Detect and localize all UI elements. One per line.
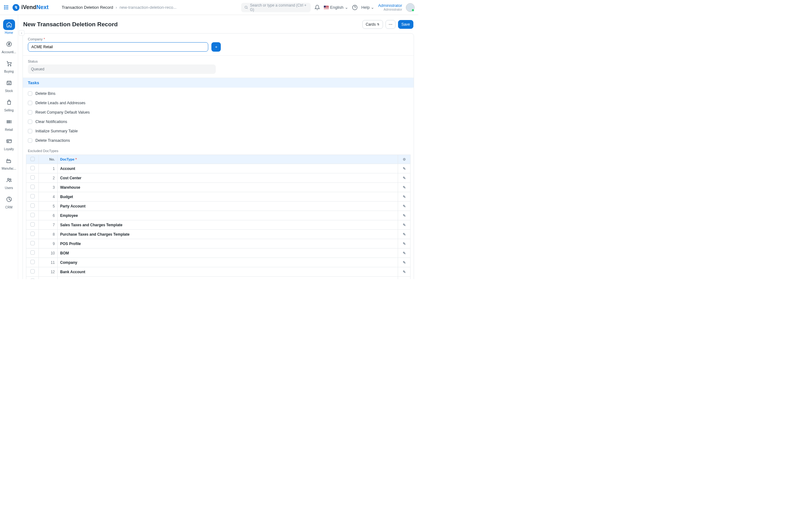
edit-icon[interactable]: ✎ bbox=[403, 242, 406, 246]
sidebar-item-label: Buying bbox=[4, 70, 14, 73]
edit-icon[interactable]: ✎ bbox=[403, 185, 406, 190]
table-row[interactable]: 8Purchase Taxes and Charges Template✎ bbox=[26, 230, 411, 239]
checkbox-icon[interactable] bbox=[28, 110, 32, 115]
checkbox-icon[interactable] bbox=[30, 194, 35, 198]
edit-icon[interactable]: ✎ bbox=[403, 195, 406, 199]
table-row[interactable]: 2Cost Center✎ bbox=[26, 173, 411, 183]
edit-icon[interactable]: ✎ bbox=[403, 232, 406, 236]
help-dropdown[interactable]: Help ⌄ bbox=[362, 5, 374, 10]
sidebar-item-crm[interactable]: CRM bbox=[1, 192, 17, 211]
task-reset-defaults[interactable]: Reset Company Default Values bbox=[28, 108, 409, 117]
table-row[interactable]: 9POS Profile✎ bbox=[26, 239, 411, 248]
language-label: English bbox=[330, 5, 344, 10]
svg-point-9 bbox=[245, 6, 247, 8]
table-row[interactable]: 7Sales Taxes and Charges Template✎ bbox=[26, 220, 411, 230]
table-row[interactable]: 1Account✎ bbox=[26, 164, 411, 173]
edit-icon[interactable]: ✎ bbox=[403, 204, 406, 208]
app-menu-icon[interactable] bbox=[4, 5, 9, 10]
checkbox-icon[interactable] bbox=[28, 91, 32, 96]
table-row[interactable]: 12Bank Account✎ bbox=[26, 267, 411, 277]
edit-icon[interactable]: ✎ bbox=[403, 167, 406, 171]
edit-icon[interactable]: ✎ bbox=[403, 270, 406, 274]
sidebar-item-loyalty[interactable]: Loyalty bbox=[1, 134, 17, 153]
table-row[interactable]: 4Budget✎ bbox=[26, 192, 411, 202]
checkbox-icon[interactable] bbox=[30, 222, 35, 227]
checkbox-icon[interactable] bbox=[30, 175, 35, 179]
cards-dropdown-button[interactable]: Cards ⇅ bbox=[362, 20, 383, 29]
checkbox-icon[interactable] bbox=[30, 185, 35, 189]
checkbox-icon[interactable] bbox=[30, 250, 35, 255]
table-row[interactable]: 11Company✎ bbox=[26, 258, 411, 267]
sidebar-item-stock[interactable]: Stock bbox=[1, 76, 17, 95]
task-delete-leads[interactable]: Delete Leads and Addresses bbox=[28, 98, 409, 108]
sidebar-item-manufacturing[interactable]: Manufac... bbox=[1, 153, 17, 172]
checkbox-icon[interactable] bbox=[30, 166, 35, 170]
tasks-heading[interactable]: Tasks bbox=[23, 78, 414, 88]
brand-mark-icon: ↯ bbox=[13, 4, 19, 11]
edit-icon[interactable]: ✎ bbox=[403, 213, 406, 218]
table-row[interactable]: 13Item Tax Template✎ bbox=[26, 277, 411, 280]
task-delete-bins[interactable]: Delete Bins bbox=[28, 89, 409, 98]
row-no: 9 bbox=[39, 239, 58, 248]
add-company-button[interactable]: ＋ bbox=[211, 42, 221, 52]
checkbox-icon[interactable] bbox=[30, 213, 35, 217]
task-init-summary[interactable]: Initialize Summary Table bbox=[28, 127, 409, 136]
more-menu-button[interactable]: ⋯ bbox=[386, 20, 395, 29]
checkbox-icon[interactable] bbox=[30, 260, 35, 264]
checkbox-icon[interactable] bbox=[30, 204, 35, 208]
sidebar-item-accounting[interactable]: Accounti... bbox=[1, 37, 17, 56]
checkbox-icon[interactable] bbox=[30, 279, 35, 279]
edit-icon[interactable]: ✎ bbox=[403, 223, 406, 227]
checkbox-icon[interactable] bbox=[28, 101, 32, 105]
table-row[interactable]: 5Party Account✎ bbox=[26, 202, 411, 211]
breadcrumb-parent[interactable]: Transaction Deletion Record bbox=[62, 5, 113, 10]
checkbox-icon[interactable] bbox=[30, 269, 35, 273]
section-status: Status Queued bbox=[23, 56, 414, 78]
svg-rect-3 bbox=[4, 7, 5, 8]
brand-logo[interactable]: ↯ iVendNext bbox=[13, 4, 49, 11]
checkbox-icon[interactable] bbox=[28, 129, 32, 133]
user-role: Administrator bbox=[378, 8, 402, 11]
checkbox-icon[interactable] bbox=[30, 241, 35, 245]
row-doctype: Cost Center bbox=[58, 173, 398, 183]
sidebar-item-retail[interactable]: Retail bbox=[1, 115, 17, 133]
task-delete-transactions[interactable]: Delete Transactions bbox=[28, 136, 409, 145]
home-icon bbox=[3, 19, 15, 30]
col-settings[interactable]: ⚙ bbox=[398, 155, 411, 164]
tasks-list: Delete Bins Delete Leads and Addresses R… bbox=[23, 88, 414, 149]
checkbox-icon[interactable] bbox=[28, 138, 32, 143]
task-clear-notifications[interactable]: Clear Notifications bbox=[28, 117, 409, 127]
global-search[interactable]: Search or type a command (Ctrl + G) bbox=[241, 3, 311, 12]
company-input[interactable] bbox=[28, 42, 208, 52]
chevron-down-icon: ⌄ bbox=[345, 5, 348, 10]
sidebar-collapse-toggle[interactable]: › bbox=[19, 30, 24, 36]
sidebar-item-home[interactable]: Home bbox=[1, 18, 17, 36]
edit-icon[interactable]: ✎ bbox=[403, 279, 406, 280]
checkbox-icon[interactable] bbox=[28, 119, 32, 124]
pie-icon bbox=[3, 194, 15, 205]
edit-icon[interactable]: ✎ bbox=[403, 176, 406, 180]
col-check[interactable] bbox=[26, 155, 39, 164]
sidebar-item-users[interactable]: Users bbox=[1, 173, 17, 191]
sidebar-item-label: Manufac... bbox=[2, 167, 16, 170]
user-menu[interactable]: Administrator Administrator bbox=[378, 3, 402, 11]
language-switcher[interactable]: English ⌄ bbox=[324, 5, 348, 10]
table-row[interactable]: 10BOM✎ bbox=[26, 248, 411, 258]
checkbox-icon[interactable] bbox=[30, 157, 35, 161]
plus-icon: ＋ bbox=[214, 44, 218, 50]
help-icon bbox=[352, 5, 358, 10]
edit-icon[interactable]: ✎ bbox=[403, 251, 406, 255]
checkbox-icon[interactable] bbox=[30, 232, 35, 236]
save-button[interactable]: Save bbox=[398, 20, 413, 29]
search-icon bbox=[244, 5, 248, 10]
edit-icon[interactable]: ✎ bbox=[403, 260, 406, 265]
row-no: 11 bbox=[39, 258, 58, 267]
row-doctype: POS Profile bbox=[58, 239, 398, 248]
table-row[interactable]: 6Employee✎ bbox=[26, 211, 411, 220]
avatar[interactable] bbox=[406, 3, 415, 12]
row-doctype: Party Account bbox=[58, 202, 398, 211]
sidebar-item-buying[interactable]: Buying bbox=[1, 56, 17, 75]
table-row[interactable]: 3Warehouse✎ bbox=[26, 183, 411, 192]
notifications-icon[interactable] bbox=[314, 5, 320, 10]
sidebar-item-selling[interactable]: Selling bbox=[1, 95, 17, 114]
